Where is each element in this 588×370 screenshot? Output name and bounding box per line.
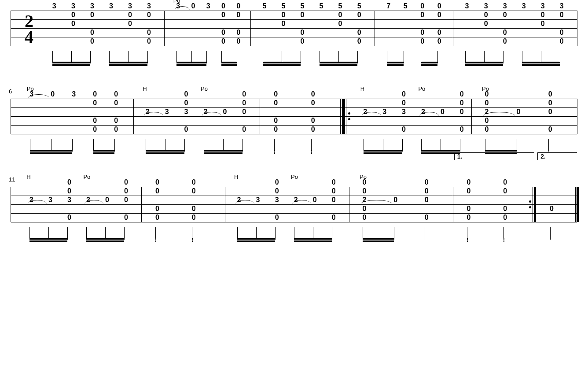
- fret-number: 0: [481, 126, 493, 133]
- fret-number: 0: [151, 178, 163, 186]
- fret-number: 0: [555, 29, 568, 37]
- fret-number: 0: [232, 37, 245, 45]
- volta-bracket: 2.: [537, 152, 577, 160]
- fret-number: 0: [187, 205, 200, 213]
- fret-number: 3: [124, 2, 136, 10]
- staff: 2433003000330030003030000000055005000550…: [11, 11, 577, 46]
- fret-number: 0: [480, 11, 492, 19]
- barline: [471, 99, 472, 134]
- fret-number: 0: [86, 11, 98, 19]
- fret-number: 0: [270, 126, 282, 133]
- fret-number: 0: [89, 90, 101, 98]
- fret-number: 3: [480, 2, 492, 10]
- fret-number: 3: [180, 108, 192, 116]
- pull-off-label: Po: [27, 85, 34, 92]
- fret-number: 0: [433, 29, 445, 37]
- fret-number: 0: [512, 108, 525, 116]
- fret-number: 0: [353, 11, 365, 19]
- tie-arc: [483, 112, 515, 116]
- tab-column: 3000: [499, 5, 511, 46]
- tablature-score: 2433003000330030003030000000055005000550…: [11, 11, 577, 222]
- fret-number: 0: [89, 117, 101, 125]
- hammer-on-label: H: [26, 174, 30, 180]
- fret-number: 0: [456, 90, 468, 98]
- fret-number: 0: [499, 29, 511, 37]
- fret-number: 0: [307, 99, 319, 107]
- fret-number: 0: [353, 37, 365, 45]
- fret-number: 0: [433, 11, 445, 19]
- pull-off-label: Po: [482, 85, 489, 92]
- fret-number: 0: [270, 90, 282, 98]
- fret-number: 3: [379, 108, 391, 116]
- fret-number: 0: [358, 205, 371, 213]
- fret-number: 0: [416, 37, 429, 45]
- tab-column: 0: [436, 93, 448, 134]
- fret-number: 0: [555, 37, 568, 45]
- tab-column: 3000: [63, 181, 75, 222]
- fret-number: 0: [358, 187, 371, 195]
- tab-column: 0000: [270, 93, 282, 134]
- fret-number: 3: [48, 2, 60, 10]
- fret-number: 0: [110, 99, 122, 107]
- fret-number: 0: [187, 214, 200, 222]
- fret-number: 0: [232, 11, 245, 19]
- fret-number: 0: [67, 20, 79, 28]
- tab-column: 0: [512, 93, 525, 134]
- fret-number: 0: [270, 99, 282, 107]
- fret-number: 0: [544, 126, 556, 133]
- fret-number: 0: [480, 20, 492, 28]
- fret-number: 0: [307, 126, 319, 133]
- fret-number: 0: [456, 108, 468, 116]
- fret-number: 0: [86, 37, 98, 45]
- fret-number: 0: [327, 214, 340, 222]
- fret-number: 3: [398, 108, 410, 116]
- tab-column: 0000: [238, 93, 250, 134]
- fret-number: 0: [544, 108, 556, 116]
- tab-column: 0: [546, 181, 558, 222]
- barline: [453, 187, 453, 222]
- fret-number: 0: [420, 187, 433, 195]
- fret-number: 0: [180, 99, 192, 107]
- tab-column: 3: [461, 5, 473, 46]
- tab-column: 0000: [456, 93, 468, 134]
- fret-number: 0: [110, 126, 122, 133]
- fret-number: 0: [416, 11, 429, 19]
- fret-number: 0: [238, 99, 250, 107]
- fret-number: 0: [120, 214, 132, 222]
- fret-number: 0: [47, 90, 59, 98]
- fret-number: 0: [398, 99, 410, 107]
- fret-number: 0: [120, 178, 132, 186]
- fret-number: 0: [143, 29, 155, 37]
- fret-number: 0: [555, 11, 568, 19]
- tab-column: 300: [124, 5, 136, 46]
- tab-column: 3: [161, 93, 173, 134]
- tab-column: 0000: [120, 181, 132, 222]
- barline: [141, 187, 142, 222]
- tab-column: 3: [105, 5, 117, 46]
- fret-number: 0: [238, 108, 250, 116]
- barline: [349, 187, 349, 222]
- fret-number: 0: [463, 187, 475, 195]
- tab-column: 0: [187, 5, 199, 46]
- fret-number: 5: [258, 2, 271, 10]
- fret-number: 0: [537, 20, 549, 28]
- barline: [250, 11, 251, 46]
- fret-number: 0: [219, 108, 231, 116]
- tab-column: 3000: [180, 93, 192, 134]
- tab-column: 7: [382, 5, 395, 46]
- fret-number: 0: [307, 117, 319, 125]
- fret-number: 0: [89, 126, 101, 133]
- fret-number: 0: [436, 108, 448, 116]
- tab-column: 0: [390, 181, 402, 222]
- barline: [133, 99, 134, 134]
- tab-column: 3: [48, 5, 60, 46]
- staff: 2330002000000000000023300020000000002000…: [11, 187, 577, 222]
- tab-column: 5: [315, 5, 327, 46]
- fret-number: 0: [463, 178, 475, 186]
- fret-number: 0: [63, 214, 75, 222]
- fret-number: 0: [296, 11, 309, 19]
- fret-number: 0: [463, 205, 475, 213]
- fret-number: 3: [44, 196, 56, 204]
- measure-number: 11: [9, 176, 15, 183]
- fret-number: 3: [63, 196, 75, 204]
